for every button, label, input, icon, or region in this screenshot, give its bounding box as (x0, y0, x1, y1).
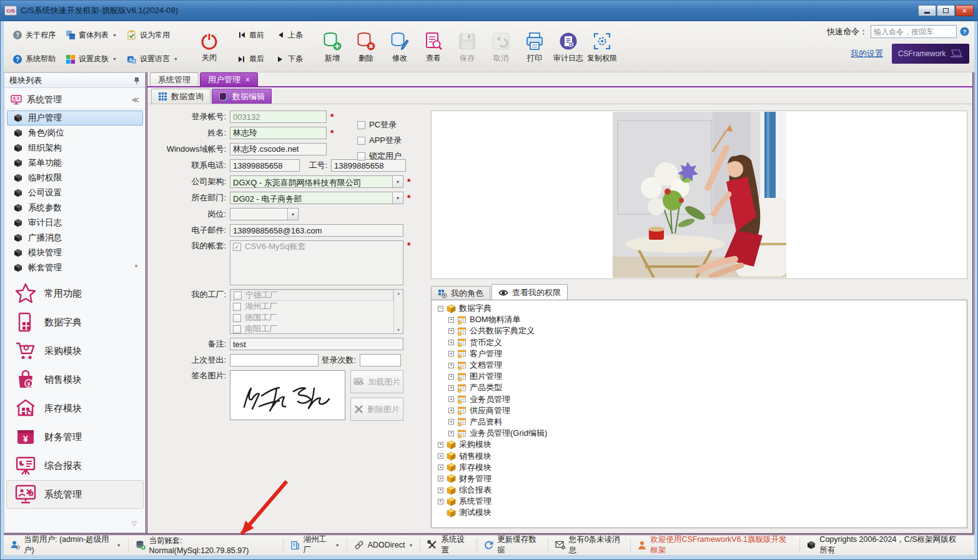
expand-node-icon[interactable]: + (438, 464, 443, 470)
expand-node-icon[interactable]: + (448, 363, 454, 368)
tab-close-icon[interactable]: × (245, 76, 250, 84)
collapse-icon[interactable]: ≪ (131, 96, 139, 104)
checkbox-icon[interactable] (357, 152, 365, 160)
tree-node-图片管理[interactable]: +图片管理 (435, 371, 967, 382)
scroll-more-icon[interactable]: ▼ (134, 263, 139, 269)
factory-option[interactable]: 南阳工厂 (230, 323, 393, 335)
nav-button-上条[interactable]: 上条 (273, 24, 307, 47)
toolbar-button-系统帮助[interactable]: ?系统帮助 (9, 48, 59, 71)
expand-node-icon[interactable]: + (448, 351, 454, 356)
tree-node-客户管理[interactable]: +客户管理 (435, 348, 967, 360)
chevron-down-icon[interactable]: ▼ (392, 176, 403, 187)
sidebar-more-icon[interactable]: ▽ (132, 520, 137, 533)
status-item-湖州工厂[interactable]: 湖州工厂▼ (283, 538, 347, 552)
post-combobox[interactable]: ▼ (230, 208, 299, 220)
tab-view-permissions[interactable]: 查看我的权限 (491, 284, 568, 300)
company-combobox[interactable]: DGXQ - 东莞喜鹊网络科技有限公司 ▼ (230, 175, 403, 188)
load-image-button[interactable]: 加载图片 (350, 370, 403, 393)
checkbox-icon[interactable] (233, 314, 241, 322)
expand-node-icon[interactable]: + (438, 499, 443, 504)
checkbox-PC登录[interactable]: PC登录 (357, 119, 402, 130)
my-settings-link[interactable]: 我的设置 (851, 48, 883, 59)
tree-node-系统管理[interactable]: +系统管理 (435, 496, 967, 507)
checkbox-icon[interactable] (357, 137, 365, 145)
checkbox-APP登录[interactable]: APP登录 (357, 135, 402, 146)
phone-field[interactable] (230, 159, 300, 172)
checkbox-icon[interactable] (234, 292, 242, 300)
sidebar-item-临时权限[interactable]: 临时权限 (7, 170, 143, 185)
sidebar-item-公司设置[interactable]: 公司设置 (7, 185, 143, 200)
tree-node-销售模块[interactable]: +销售模块 (435, 450, 967, 461)
toolbar-button-设置皮肤[interactable]: 设置皮肤▼ (62, 48, 121, 71)
close-button[interactable]: ✕ (956, 5, 974, 16)
sidebar-item-审计日志[interactable]: 审计日志 (7, 215, 143, 230)
factory-option[interactable]: 德国工厂 (230, 312, 393, 323)
windows-account-field[interactable] (230, 143, 327, 155)
login-count-field[interactable] (360, 354, 401, 366)
sidebar-item-系统参数[interactable]: 系统参数 (7, 200, 143, 215)
status-item-您有0条未读消息[interactable]: 您有0条未读消息 (548, 538, 631, 552)
email-field[interactable] (230, 224, 403, 237)
checkbox-checked-icon[interactable] (233, 243, 241, 251)
factory-option[interactable]: 宁德工厂 (230, 290, 393, 301)
tab-user-admin[interactable]: 用户管理 × (200, 72, 258, 86)
tab-data-query[interactable]: 数据查询 (151, 89, 210, 104)
tree-node-文档管理[interactable]: +文档管理 (435, 360, 967, 371)
quick-command-input[interactable] (871, 25, 957, 38)
delete-image-button[interactable]: 删除图片 (350, 398, 403, 421)
module-button-系统管理[interactable]: 系统管理 (6, 480, 144, 509)
tree-node-公共数据字典定义[interactable]: +公共数据字典定义 (435, 325, 967, 336)
sidebar-item-帐套管理[interactable]: 帐套管理▼ (7, 260, 143, 275)
status-item-Copyrights 2[interactable]: Copyrights 2006-2024，C/S框架网版权所有 (799, 538, 969, 552)
checkbox-icon[interactable] (233, 303, 241, 311)
tree-node-业务员管理(Grid编辑)[interactable]: +业务员管理(Grid编辑) (435, 428, 967, 439)
tree-node-供应商管理[interactable]: +供应商管理 (435, 405, 967, 416)
last-logout-field[interactable] (230, 354, 319, 366)
module-button-库存模块[interactable]: 库存模块 (6, 394, 144, 423)
collapse-node-icon[interactable]: − (438, 306, 443, 312)
sidebar-item-用户管理[interactable]: 用户管理 (7, 111, 143, 125)
remark-field[interactable] (230, 338, 403, 350)
module-button-数据字典[interactable]: 数据字典 (6, 308, 144, 336)
module-button-销售模块[interactable]: ¥销售模块 (6, 365, 144, 394)
toolbar-button-设为常用[interactable]: 设为常用 (123, 24, 182, 47)
status-item-系统设置[interactable]: 系统设置 (420, 538, 477, 552)
account-set-option[interactable]: CSV6-MySq账套 (230, 241, 403, 252)
sidebar-item-组织架构[interactable]: 组织架构 (7, 140, 143, 155)
expand-node-icon[interactable]: + (448, 328, 454, 334)
login-account-field[interactable] (230, 111, 327, 123)
status-item-更新缓存数据[interactable]: 更新缓存数据 (477, 538, 547, 552)
nav-button-最后[interactable]: 最后 (234, 48, 268, 71)
chevron-down-icon[interactable]: ▼ (392, 192, 403, 204)
expand-node-icon[interactable]: + (438, 453, 443, 459)
action-button-新增[interactable]: 新增 (317, 24, 348, 71)
tree-node-产品资料[interactable]: +产品资料 (435, 416, 967, 428)
quick-command-help-icon[interactable]: ? (960, 27, 969, 36)
department-combobox[interactable]: DG02 - 电子商务部 ▼ (230, 192, 403, 204)
tree-node-数据字典[interactable]: −数据字典 (435, 303, 967, 314)
sidebar-item-菜单功能[interactable]: 菜单功能 (7, 155, 143, 170)
toolbar-button-窗体列表[interactable]: 窗体列表▼ (62, 24, 121, 47)
action-button-修改[interactable]: 修改 (384, 24, 415, 71)
toolbar-button-设置语言[interactable]: A文设置语言▼ (123, 48, 182, 71)
expand-node-icon[interactable]: + (438, 476, 443, 481)
nav-button-最前[interactable]: 最前 (234, 24, 268, 47)
action-button-删除[interactable]: 删除 (350, 24, 382, 71)
tree-node-业务员管理[interactable]: +业务员管理 (435, 394, 967, 405)
tree-node-采购模块[interactable]: +采购模块 (435, 439, 967, 450)
status-item-ADODirect[interactable]: ADODirect▼ (347, 538, 420, 552)
close-form-button[interactable]: 关闭 (193, 24, 225, 71)
expand-node-icon[interactable]: + (448, 408, 454, 413)
expand-node-icon[interactable]: + (448, 396, 454, 402)
maximize-button[interactable] (937, 5, 955, 16)
factory-option[interactable]: 湖州工厂 (230, 301, 393, 312)
name-field[interactable] (230, 127, 327, 139)
module-button-采购模块[interactable]: 采购模块 (6, 336, 144, 365)
checkbox-icon[interactable] (357, 121, 365, 129)
sidebar-item-模块管理[interactable]: 模块管理 (7, 245, 143, 260)
expand-node-icon[interactable]: + (448, 374, 454, 380)
expand-node-icon[interactable]: + (438, 442, 443, 448)
expand-node-icon[interactable]: + (448, 385, 454, 391)
module-button-常用功能[interactable]: 常用功能 (6, 279, 144, 308)
tree-node-产品类型[interactable]: +产品类型 (435, 382, 967, 393)
